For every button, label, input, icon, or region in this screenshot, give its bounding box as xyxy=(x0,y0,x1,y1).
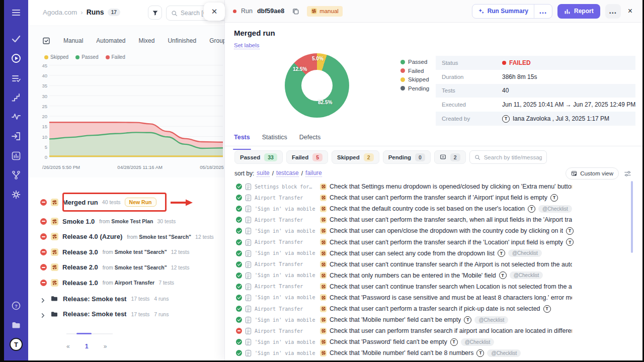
requirements-icon[interactable] xyxy=(11,131,22,142)
tests-search-input[interactable] xyxy=(484,154,542,160)
test-title[interactable]: Check that user can perform transfer sea… xyxy=(330,327,572,334)
drawer-edge-close-button[interactable]: ✕ xyxy=(204,3,225,21)
close-drawer-button[interactable]: × xyxy=(626,7,634,16)
filter-chip-skipped[interactable]: Skipped2 xyxy=(332,150,379,164)
test-row[interactable]: 'Sign in' via mobileCheck that the defau… xyxy=(225,203,642,214)
filter-chip-pending[interactable]: Pending0 xyxy=(383,150,431,164)
more-actions-button[interactable]: … xyxy=(605,4,621,19)
test-title[interactable]: Check that user can't perform the transf… xyxy=(330,194,547,201)
test-row[interactable]: 'Sign in' via mobileCheck that 'Mobile n… xyxy=(225,347,642,358)
copy-icon[interactable] xyxy=(292,8,299,15)
shared-steps-icon[interactable] xyxy=(11,92,22,103)
tab-defects[interactable]: Defects xyxy=(299,134,320,146)
run-row[interactable]: Merged run40 testsNew Run xyxy=(40,196,156,209)
runs-tab-manual[interactable]: Manual xyxy=(63,37,83,44)
test-title[interactable]: Check that only numbers can be entered i… xyxy=(330,272,496,279)
run-name[interactable]: Smoke 1.0 xyxy=(62,218,95,225)
test-row[interactable]: Airport TransferCheck that user can perf… xyxy=(225,325,642,336)
test-row[interactable]: Settings block for…Check that Settings m… xyxy=(225,181,642,192)
checklist-tag[interactable]: @Checklist xyxy=(474,316,508,324)
run-summary-main[interactable]: Run Summary xyxy=(472,5,534,18)
run-name[interactable]: Release 1.0 xyxy=(62,279,98,287)
run-row[interactable]: Release 1.0from Airport Transfer7 tests xyxy=(40,276,174,289)
run-summary-more-button[interactable]: … xyxy=(534,5,552,18)
report-button[interactable]: Report xyxy=(557,4,600,19)
integrations-icon[interactable] xyxy=(11,169,22,180)
runs-tab-unfinished[interactable]: Unfinished xyxy=(168,37,196,44)
chevron-right-icon[interactable] xyxy=(40,311,46,317)
sort-by-testcase[interactable]: testcase xyxy=(276,169,299,177)
runs-tab-mixed[interactable]: Mixed xyxy=(138,37,154,44)
test-plans-icon[interactable] xyxy=(11,73,22,84)
test-title[interactable]: Check that Settings menu dropdown is ope… xyxy=(330,183,572,190)
custom-view-button[interactable]: Custom view xyxy=(566,167,619,179)
sort-by-suite[interactable]: suite xyxy=(257,169,269,177)
run-row[interactable]: Release 2.0from Smoke test "Search"12 te… xyxy=(40,261,189,274)
activity-icon[interactable] xyxy=(11,111,22,122)
checklist-tag[interactable]: @Checklist xyxy=(538,205,572,213)
test-title[interactable]: Check that user can't perform the transf… xyxy=(330,216,572,223)
test-title[interactable]: Check that user can't continue transfer … xyxy=(330,261,572,268)
menu-icon[interactable] xyxy=(11,7,22,18)
test-row[interactable]: 'Sign in' via mobileCheck that only numb… xyxy=(225,270,642,281)
test-title[interactable]: Check that the default country code is s… xyxy=(330,205,525,212)
pagination-prev[interactable]: « xyxy=(63,342,73,351)
select-runs-icon[interactable] xyxy=(42,37,50,45)
view-settings-icon[interactable] xyxy=(624,170,631,177)
test-row[interactable]: Airport TransferCheck that user can't pe… xyxy=(225,214,642,225)
chevron-right-icon[interactable] xyxy=(40,296,46,302)
analytics-icon[interactable] xyxy=(11,150,22,161)
test-cases-icon[interactable] xyxy=(11,33,22,44)
tab-statistics[interactable]: Statistics xyxy=(262,134,287,146)
checklist-tag[interactable]: @Checklist xyxy=(461,338,495,346)
run-row[interactable]: Release 4.0 (Azure)from Smoke test "Sear… xyxy=(40,230,214,243)
test-title[interactable]: Check that 'Password is case sensitive a… xyxy=(330,294,572,301)
checklist-tag[interactable]: @Checklist xyxy=(487,349,521,357)
filter-button[interactable] xyxy=(148,6,162,20)
test-title[interactable]: Check that user can open/close the dropd… xyxy=(330,227,563,234)
runs-tab-automated[interactable]: Automated xyxy=(96,37,125,44)
test-row[interactable]: Airport TransferCheck that user can't pe… xyxy=(225,236,642,247)
run-row[interactable]: Smoke 1.0from Smoke Test Plan30 tests xyxy=(40,215,176,228)
projects-icon[interactable] xyxy=(11,320,22,331)
test-runs-icon[interactable] xyxy=(11,53,22,64)
test-title[interactable]: Check that user can select any code from… xyxy=(330,250,495,257)
run-name[interactable]: Merged run xyxy=(62,199,98,206)
settings-icon[interactable] xyxy=(11,189,22,200)
test-row[interactable]: 'Sign in' via mobileCheck that user can … xyxy=(225,225,642,236)
test-row[interactable]: Airport TransferCheck that user can't pe… xyxy=(225,192,642,203)
scrollbar-thumb[interactable] xyxy=(631,181,633,253)
pagination-next[interactable]: » xyxy=(101,342,110,351)
checklist-tag[interactable]: @Checklist xyxy=(508,249,542,257)
tab-tests[interactable]: Tests xyxy=(234,134,250,146)
run-name[interactable]: Release 4.0 (Azure) xyxy=(62,233,122,240)
help-icon[interactable]: ? xyxy=(11,300,22,311)
run-group-row[interactable]: Release: Smoke test17 tests7 runs xyxy=(40,308,169,321)
test-row[interactable]: Airport TransferCheck that user can't co… xyxy=(225,259,642,270)
group-name[interactable]: Release: Smoke test xyxy=(63,310,126,318)
test-title[interactable]: Check that 'Mobile number' field can't b… xyxy=(330,349,473,356)
test-title[interactable]: Check that user can't perform the transf… xyxy=(330,239,563,246)
run-summary-button[interactable]: Run Summary … xyxy=(472,4,552,19)
test-title[interactable]: Check that 'Password' field can't be emp… xyxy=(330,338,447,345)
test-title[interactable]: Check that 'Mobile number' field can't b… xyxy=(330,316,461,323)
test-row[interactable]: 'Sign in' via mobileCheck that user can … xyxy=(225,248,642,259)
filter-chip-passed[interactable]: Passed33 xyxy=(234,150,283,164)
comments-filter-chip[interactable]: 2 xyxy=(434,150,466,164)
test-row[interactable]: 'Sign in' via mobileCheck that 'Password… xyxy=(225,336,642,347)
test-row[interactable]: 'Sign in' via mobileCheck that 'Password… xyxy=(225,292,642,303)
run-name[interactable]: Release 2.0 xyxy=(62,263,98,271)
sort-by-failure[interactable]: failure xyxy=(305,169,322,177)
user-avatar[interactable]: T xyxy=(10,338,23,351)
run-name[interactable]: Release 3.0 xyxy=(62,248,98,256)
checklist-tag[interactable]: @Checklist xyxy=(510,272,543,279)
tests-search[interactable] xyxy=(469,150,547,164)
test-title[interactable]: Check that user can't perform a trasfer … xyxy=(330,305,540,312)
pagination-page-1[interactable]: 1 xyxy=(82,342,92,351)
run-group-row[interactable]: Release: Smoke test17 tests4 runs xyxy=(40,292,169,305)
test-title[interactable]: Check that user can't continue transfer … xyxy=(330,283,572,290)
group-name[interactable]: Release: Smoke test xyxy=(63,295,126,303)
set-labels-link[interactable]: Set labels xyxy=(234,42,260,49)
filter-chip-failed[interactable]: Failed5 xyxy=(286,150,328,164)
run-row[interactable]: Release 3.0from Smoke test "Search"12 te… xyxy=(40,245,189,258)
